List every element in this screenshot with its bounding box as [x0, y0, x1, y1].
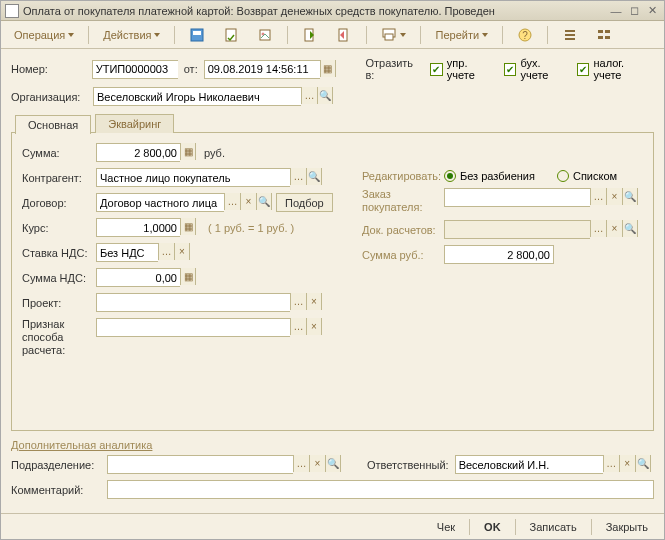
sum-label: Сумма:: [22, 147, 92, 159]
nds-rate-label: Ставка НДС:: [22, 247, 92, 259]
upr-check[interactable]: ✔упр. учете: [430, 57, 498, 81]
close-window-button[interactable]: ✕: [644, 4, 660, 18]
minimize-button[interactable]: —: [608, 4, 624, 18]
sumrub-field[interactable]: 2 800,00: [444, 245, 554, 264]
search-icon[interactable]: 🔍: [635, 455, 651, 472]
kurs-hint: ( 1 руб. = 1 руб. ): [208, 222, 294, 234]
clear-icon[interactable]: ×: [174, 243, 190, 260]
radio-list[interactable]: Списком: [557, 170, 617, 182]
clear-icon[interactable]: ×: [306, 293, 322, 310]
separator: [366, 26, 367, 44]
podbor-button[interactable]: Подбор: [276, 193, 333, 212]
ellipsis-icon[interactable]: …: [293, 455, 309, 472]
search-icon[interactable]: 🔍: [622, 188, 638, 205]
nds-rate-field[interactable]: Без НДС: [96, 243, 158, 262]
dept-field[interactable]: [107, 455, 293, 474]
clear-icon[interactable]: ×: [606, 220, 622, 237]
toolbar-icon-3[interactable]: [250, 25, 280, 45]
toolbar-icon-8[interactable]: [589, 25, 619, 45]
method-field[interactable]: [96, 318, 290, 337]
separator: [174, 26, 175, 44]
number-label: Номер:: [11, 63, 86, 75]
search-icon[interactable]: 🔍: [325, 455, 341, 472]
calendar-icon[interactable]: ▦: [320, 60, 336, 77]
titlebar: Оплата от покупателя платежной картой: В…: [1, 1, 664, 21]
ellipsis-icon[interactable]: …: [590, 220, 606, 237]
project-label: Проект:: [22, 297, 92, 309]
ellipsis-icon[interactable]: …: [290, 168, 306, 185]
svg-text:?: ?: [522, 30, 528, 41]
svg-rect-15: [605, 30, 610, 33]
write-button[interactable]: Записать: [522, 517, 585, 537]
sum-field[interactable]: 2 800,00: [96, 143, 180, 162]
clear-icon[interactable]: ×: [306, 318, 322, 335]
svg-rect-1: [193, 31, 201, 35]
org-field[interactable]: Веселовский Игорь Николаевич: [93, 87, 301, 106]
resp-label: Ответственный:: [367, 459, 449, 471]
date-field[interactable]: 09.08.2019 14:56:11: [204, 60, 320, 79]
dept-label: Подразделение:: [11, 459, 101, 471]
search-icon[interactable]: 🔍: [306, 168, 322, 185]
help-button[interactable]: ?: [510, 25, 540, 45]
project-field[interactable]: [96, 293, 290, 312]
actions-menu[interactable]: Действия: [96, 25, 167, 45]
clear-icon[interactable]: ×: [606, 188, 622, 205]
contr-field[interactable]: Частное лицо покупатель: [96, 168, 290, 187]
ellipsis-icon[interactable]: …: [290, 318, 306, 335]
number-field[interactable]: УТИП0000003: [92, 60, 178, 79]
check-button[interactable]: Чек: [429, 517, 463, 537]
tabs: Основная Эквайринг: [15, 114, 654, 133]
radio-no-split[interactable]: Без разбиения: [444, 170, 535, 182]
nalog-check[interactable]: ✔налог. учете: [577, 57, 654, 81]
separator: [420, 26, 421, 44]
toolbar-icon-4[interactable]: [295, 25, 325, 45]
ellipsis-icon[interactable]: …: [158, 243, 174, 260]
dogovor-field[interactable]: Договор частного лица: [96, 193, 224, 212]
svg-rect-17: [605, 36, 610, 39]
go-menu[interactable]: Перейти: [428, 25, 495, 45]
search-icon[interactable]: 🔍: [256, 193, 272, 210]
order-field[interactable]: [444, 188, 590, 207]
separator: [287, 26, 288, 44]
maximize-button[interactable]: ◻: [626, 4, 642, 18]
ellipsis-icon[interactable]: …: [301, 87, 317, 104]
toolbar: Операция Действия Перейти ?: [1, 21, 664, 49]
docs-field: [444, 220, 590, 239]
operation-menu[interactable]: Операция: [7, 25, 81, 45]
separator: [502, 26, 503, 44]
close-button[interactable]: Закрыть: [598, 517, 656, 537]
clear-icon[interactable]: ×: [240, 193, 256, 210]
toolbar-icon-7[interactable]: [555, 25, 585, 45]
tab-acquiring[interactable]: Эквайринг: [95, 114, 174, 133]
clear-icon[interactable]: ×: [309, 455, 325, 472]
kurs-field[interactable]: 1,0000: [96, 218, 180, 237]
ellipsis-icon[interactable]: …: [290, 293, 306, 310]
tab-main[interactable]: Основная: [15, 115, 91, 134]
calc-icon[interactable]: ▦: [180, 218, 196, 235]
ok-button[interactable]: OK: [476, 517, 509, 537]
ellipsis-icon[interactable]: …: [224, 193, 240, 210]
search-icon[interactable]: 🔍: [622, 220, 638, 237]
calc-icon[interactable]: ▦: [180, 268, 196, 285]
ellipsis-icon[interactable]: …: [603, 455, 619, 472]
clear-icon[interactable]: ×: [619, 455, 635, 472]
separator: [515, 519, 516, 535]
order-label: Заказ покупателя:: [362, 188, 440, 214]
comment-field[interactable]: [107, 480, 654, 499]
search-icon[interactable]: 🔍: [317, 87, 333, 104]
ellipsis-icon[interactable]: …: [590, 188, 606, 205]
toolbar-icon-5[interactable]: [329, 25, 359, 45]
nds-sum-field[interactable]: 0,00: [96, 268, 180, 287]
document-icon: [5, 4, 19, 18]
separator: [88, 26, 89, 44]
buh-check[interactable]: ✔бух. учете: [504, 57, 571, 81]
toolbar-icon-6[interactable]: [374, 25, 413, 45]
footer: Чек OK Записать Закрыть: [1, 513, 664, 539]
nds-sum-label: Сумма НДС:: [22, 272, 92, 284]
calc-icon[interactable]: ▦: [180, 143, 196, 160]
toolbar-icon-1[interactable]: [182, 25, 212, 45]
kurs-label: Курс:: [22, 222, 92, 234]
contr-label: Контрагент:: [22, 172, 92, 184]
toolbar-icon-2[interactable]: [216, 25, 246, 45]
resp-field[interactable]: Веселовский И.Н.: [455, 455, 603, 474]
